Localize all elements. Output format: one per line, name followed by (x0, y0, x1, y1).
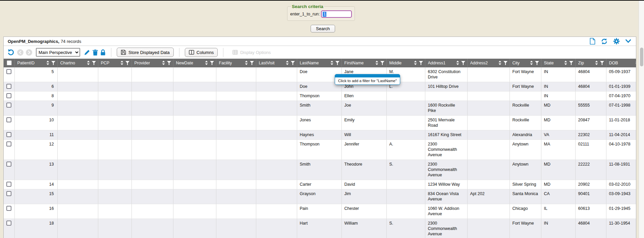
cell-dob[interactable]: 11-01-2018 (606, 116, 636, 130)
cell-city[interactable] (509, 92, 541, 101)
sort-icon[interactable] (635, 61, 636, 65)
cell-lastname[interactable]: Smith (297, 160, 341, 180)
filter-funnel-icon[interactable] (335, 61, 339, 65)
cell-chartno[interactable] (57, 140, 98, 160)
sort-icon[interactable] (595, 61, 598, 65)
cell-state[interactable]: MD (541, 160, 575, 180)
enter-1-to-run-input[interactable]: 1 (321, 10, 352, 18)
filter-funnel-icon[interactable] (210, 61, 214, 65)
cell-lastvisit[interactable] (256, 101, 297, 116)
cell-address1[interactable]: 2300 Commonwealth Avenue (425, 160, 467, 180)
cell-lastvisit[interactable] (256, 160, 297, 180)
cell-patientid[interactable]: 12 (14, 140, 57, 160)
cell-lastname[interactable]: Haynes (297, 130, 341, 140)
cell-zip[interactable]: 60613 (575, 204, 606, 219)
cell-city[interactable]: Anytown (509, 140, 541, 160)
cell-address2[interactable] (467, 204, 509, 219)
cell-pcp[interactable] (98, 204, 131, 219)
cell-lastvisit[interactable] (256, 219, 297, 238)
cell-dob[interactable]: 11-04-2014 (606, 130, 636, 140)
cell-facility[interactable] (216, 160, 256, 180)
cell-pcp[interactable] (98, 130, 131, 140)
cell-city[interactable]: Rockville (509, 116, 541, 130)
cell-pcp[interactable] (98, 82, 131, 92)
cell-lastvisit[interactable] (256, 130, 297, 140)
cell-middle[interactable] (386, 101, 425, 116)
cell-address2[interactable] (467, 116, 509, 130)
cell-address1[interactable]: 2501 Merrvale Road (425, 116, 467, 130)
cell-patientid[interactable]: 9 (14, 101, 57, 116)
cell-middle[interactable] (386, 130, 425, 140)
column-header-state[interactable]: State (541, 59, 575, 67)
cell-facility[interactable] (216, 116, 256, 130)
column-header-provider[interactable]: Provider (131, 59, 173, 67)
row-select-cell[interactable] (4, 160, 14, 180)
cell-state[interactable]: MD (541, 180, 575, 189)
cell-dob[interactable]: 04-10-1978 (606, 140, 636, 160)
cell-newdate[interactable] (173, 140, 216, 160)
undo-icon[interactable] (7, 49, 15, 56)
cell-firstname[interactable]: Jim (341, 189, 386, 204)
cell-address1[interactable]: 16167 King Street (425, 130, 467, 140)
row-select-cell[interactable] (4, 67, 14, 82)
cell-pcp[interactable] (98, 140, 131, 160)
row-checkbox[interactable] (6, 206, 11, 211)
cell-address2[interactable] (467, 219, 509, 238)
cell-address2[interactable] (467, 160, 509, 180)
store-displayed-data-button[interactable]: Store Displayed Data (117, 48, 174, 57)
column-header-newdate[interactable]: NewDate (173, 59, 216, 67)
cell-firstname[interactable]: David (341, 180, 386, 189)
cell-dob[interactable]: 03-02-2010 (606, 180, 636, 189)
cell-dob[interactable]: 03-09-1943 (606, 189, 636, 204)
cell-lastvisit[interactable] (256, 116, 297, 130)
filter-funnel-icon[interactable] (419, 61, 423, 65)
filter-funnel-icon[interactable] (250, 61, 254, 65)
settings-gear-icon[interactable] (613, 38, 620, 45)
column-header-zip[interactable]: Zip (575, 59, 606, 67)
row-checkbox[interactable] (6, 191, 11, 196)
row-select-cell[interactable] (4, 82, 14, 92)
cell-dob[interactable]: 05-09-1937 (606, 67, 636, 82)
cell-dob[interactable]: 01-01-1939 (606, 82, 636, 92)
columns-button[interactable]: Columns (185, 48, 218, 57)
edit-pencil-icon[interactable] (84, 49, 90, 56)
row-checkbox[interactable] (6, 221, 11, 226)
cell-provider[interactable] (131, 130, 173, 140)
cell-zip[interactable]: 02111 (575, 140, 606, 160)
cell-pcp[interactable] (98, 92, 131, 101)
cell-address2[interactable]: Apt 202 (467, 189, 509, 204)
cell-lastvisit[interactable] (256, 204, 297, 219)
cell-firstname[interactable]: Theodore (341, 160, 386, 180)
cell-chartno[interactable] (57, 101, 98, 116)
cell-facility[interactable] (216, 67, 256, 82)
cell-dob[interactable]: 07-04-1970 (606, 92, 636, 101)
cell-firstname[interactable]: Ellen (341, 92, 386, 101)
cell-city[interactable]: Silver Spring (509, 180, 541, 189)
cell-newdate[interactable] (173, 101, 216, 116)
cell-newdate[interactable] (173, 189, 216, 204)
filter-funnel-icon[interactable] (291, 61, 295, 65)
cell-pcp[interactable] (98, 219, 131, 238)
cell-provider[interactable] (131, 180, 173, 189)
cell-city[interactable]: Anytown (509, 160, 541, 180)
sort-icon[interactable] (456, 61, 459, 65)
cell-pcp[interactable] (98, 160, 131, 180)
cell-lastname[interactable]: Thompson (297, 140, 341, 160)
row-checkbox[interactable] (6, 117, 11, 122)
cell-zip[interactable]: 46804 (575, 82, 606, 92)
cell-facility[interactable] (216, 204, 256, 219)
cell-address1[interactable]: 834 Ocean Vista Avenue (425, 189, 467, 204)
sort-icon[interactable] (375, 61, 378, 65)
cell-lastname[interactable]: Hart (297, 219, 341, 238)
column-header-lastvisit[interactable]: LastVisit (256, 59, 297, 67)
cell-pcp[interactable] (98, 116, 131, 130)
collapse-chevron-icon[interactable] (625, 39, 631, 43)
cell-zip[interactable]: 46804 (575, 219, 606, 238)
cell-newdate[interactable] (173, 92, 216, 101)
cell-facility[interactable] (216, 180, 256, 189)
search-button[interactable]: Search (311, 25, 335, 33)
cell-patientid[interactable]: 8 (14, 92, 57, 101)
cell-lastvisit[interactable] (256, 82, 297, 92)
cell-state[interactable]: CA (541, 189, 575, 204)
cell-newdate[interactable] (173, 130, 216, 140)
